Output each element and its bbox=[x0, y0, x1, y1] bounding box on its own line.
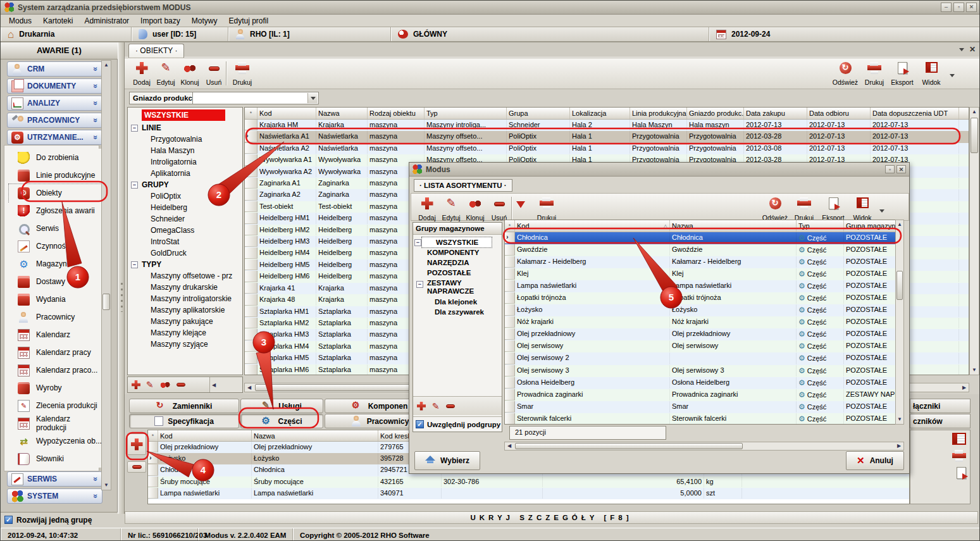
assortment-hscrollbar[interactable]: ◀ ▶ bbox=[504, 442, 904, 451]
group-node-all[interactable]: −WSZYSTKIE bbox=[422, 237, 492, 247]
checkbox-checked-icon[interactable]: ✓ bbox=[4, 516, 13, 524]
row-handle[interactable] bbox=[245, 259, 257, 270]
sidebar-item[interactable]: Czynności bbox=[9, 237, 102, 255]
row-handle[interactable] bbox=[245, 201, 257, 212]
row-handle[interactable] bbox=[505, 413, 515, 425]
sidebar-item[interactable]: Kalendarz pracy bbox=[9, 344, 102, 361]
collapse-icon[interactable]: − bbox=[131, 125, 138, 132]
tree-node[interactable]: Maszyny klejące bbox=[128, 327, 242, 339]
sidebar-item[interactable]: Zgłoszenia awarii bbox=[9, 202, 102, 220]
export-icon[interactable] bbox=[957, 467, 966, 479]
column-header[interactable]: Kod bbox=[158, 430, 252, 441]
view-icon[interactable] bbox=[952, 433, 966, 445]
sidebar-item[interactable]: Magazyn bbox=[9, 255, 102, 273]
row-handle[interactable] bbox=[245, 352, 257, 363]
edit-group-icon[interactable]: ✎ bbox=[146, 379, 154, 390]
tree-section[interactable]: −GRUPY bbox=[128, 179, 242, 190]
sidebar-item[interactable]: Wyroby bbox=[9, 379, 102, 397]
tab-specyfikacja[interactable]: Specyfikacja bbox=[129, 414, 239, 428]
row-handle[interactable] bbox=[245, 364, 257, 375]
row-handle[interactable] bbox=[245, 154, 257, 165]
delete-group-icon[interactable] bbox=[177, 383, 185, 387]
row-handle[interactable] bbox=[505, 328, 515, 340]
view-dropdown-icon[interactable] bbox=[879, 206, 884, 214]
row-handle[interactable] bbox=[245, 236, 257, 247]
table-row[interactable]: Olej przekładniowyOlej przekładniowy⚙Czę… bbox=[505, 328, 903, 340]
tab-zalaczniki-fragment[interactable]: łączniki bbox=[910, 399, 971, 413]
row-handle[interactable]: › bbox=[148, 453, 158, 464]
select-button[interactable]: Wybierz bbox=[414, 451, 480, 470]
print-button[interactable]: Drukuj bbox=[228, 60, 256, 88]
column-header[interactable] bbox=[959, 108, 969, 119]
delete-group-icon[interactable] bbox=[446, 404, 455, 408]
row-handle[interactable] bbox=[245, 120, 257, 130]
table-row[interactable]: Krajarka HMKrajarkamaszynaMaszyny introl… bbox=[245, 120, 969, 131]
row-handle[interactable] bbox=[245, 329, 257, 340]
table-row[interactable]: GwoździeGwoździe⚙CzęśćPOZOSTAŁE bbox=[505, 244, 903, 256]
collapse-icon[interactable]: − bbox=[131, 182, 138, 189]
move-down-icon[interactable] bbox=[516, 201, 525, 209]
maximize-button[interactable]: ▫ bbox=[885, 165, 895, 173]
row-handle[interactable] bbox=[505, 377, 515, 389]
sidebar-item[interactable]: Dostawy bbox=[9, 273, 102, 290]
table-row[interactable]: KlejKlej⚙CzęśćPOZOSTAŁE bbox=[505, 268, 903, 280]
row-handle[interactable] bbox=[505, 365, 515, 376]
sidebar-group[interactable]: ANALIZY » bbox=[7, 96, 102, 111]
sidebar-item[interactable]: Kalendarz produkcji bbox=[9, 414, 102, 432]
row-handle[interactable] bbox=[245, 178, 257, 189]
column-header[interactable]: Nazwa bbox=[670, 220, 797, 232]
table-row[interactable]: Sterownik falcerkiSterownik falcerki⚙Czę… bbox=[505, 413, 903, 425]
view-button[interactable]: Widok bbox=[918, 60, 945, 88]
row-handle[interactable] bbox=[245, 143, 257, 154]
column-header[interactable]: Typ bbox=[425, 108, 507, 119]
group-subnode[interactable]: Dla klejonek bbox=[413, 297, 502, 307]
tree-node[interactable]: Maszyny szyjące bbox=[128, 339, 242, 350]
production-socket-combo[interactable] bbox=[192, 92, 319, 104]
row-handle[interactable] bbox=[245, 166, 257, 177]
tree-node[interactable]: Maszyny drukarskie bbox=[128, 282, 242, 293]
row-handle[interactable] bbox=[245, 225, 257, 235]
sidebar-item[interactable]: Zlecenia produkcji bbox=[9, 397, 102, 414]
scroll-left-icon[interactable]: ◀ bbox=[245, 383, 254, 392]
date-segment[interactable]: 2012-09-24 bbox=[709, 27, 980, 41]
column-header[interactable]: Nazwa bbox=[316, 108, 368, 119]
company-segment[interactable]: RHO [IL: 1] bbox=[228, 27, 391, 41]
refresh-button[interactable]: ↻Odśwież bbox=[831, 60, 860, 88]
row-handle[interactable]: › bbox=[245, 131, 257, 142]
collapse-icon[interactable]: − bbox=[131, 261, 138, 268]
table-row[interactable]: Lampa naświetlarkiLampa naświetlarki⚙Czę… bbox=[505, 280, 903, 292]
column-header[interactable]: Rodzaj obiektu bbox=[368, 108, 425, 119]
row-handle[interactable] bbox=[505, 268, 515, 280]
menu-item[interactable]: Modus bbox=[3, 15, 37, 27]
row-handle[interactable] bbox=[505, 280, 515, 292]
column-header[interactable]: Grupa bbox=[507, 108, 570, 119]
tab-close-icon[interactable]: ✕ bbox=[969, 45, 976, 54]
scroll-right-icon[interactable]: ▶ bbox=[895, 442, 903, 451]
scrollbar-thumb[interactable] bbox=[896, 271, 903, 300]
table-row[interactable]: ›ChłodnicaChłodnica⚙CzęśćPOZOSTAŁE bbox=[505, 232, 903, 244]
tree-section[interactable]: −TYPY bbox=[128, 259, 242, 270]
row-handle[interactable] bbox=[245, 189, 257, 200]
view-dropdown-icon[interactable] bbox=[950, 71, 955, 78]
row-handle[interactable] bbox=[505, 340, 515, 352]
row-handle[interactable] bbox=[505, 304, 515, 316]
scroll-right-icon[interactable]: ▶ bbox=[960, 383, 969, 392]
tree-node[interactable]: Maszyny aplikatorskie bbox=[128, 304, 242, 316]
sidebar-group[interactable]: CRM » bbox=[7, 61, 102, 77]
table-row[interactable]: ›Naświetlarka A1NaświetlarkamaszynaMaszy… bbox=[245, 131, 969, 142]
tree-node[interactable]: Introligatornia bbox=[128, 156, 242, 168]
collapse-icon[interactable]: − bbox=[414, 239, 421, 246]
row-handle[interactable] bbox=[148, 464, 158, 475]
sidebar-group[interactable]: PRACOWNICY » bbox=[7, 113, 102, 128]
printer-icon[interactable] bbox=[952, 450, 966, 462]
table-row[interactable]: Lampa naświetlarkiLampa naświetlarki3409… bbox=[148, 488, 909, 499]
tree-node[interactable]: OmegaClass bbox=[128, 225, 242, 236]
edit-button[interactable]: ✎Edytuj bbox=[154, 60, 178, 88]
scroll-down-icon[interactable]: ▼ bbox=[102, 481, 111, 490]
sidebar-item[interactable]: Serwis bbox=[9, 220, 102, 237]
expand-one-group-row[interactable]: ✓ Rozwijaj jedną grupę bbox=[1, 512, 118, 527]
group-node[interactable]: NARZĘDZIA bbox=[413, 258, 502, 268]
table-row[interactable]: SmarSmar⚙CzęśćPOZOSTAŁE bbox=[505, 401, 903, 413]
add-part-button[interactable] bbox=[127, 433, 146, 455]
group-subnode[interactable]: Dla zszywarek bbox=[413, 307, 502, 317]
